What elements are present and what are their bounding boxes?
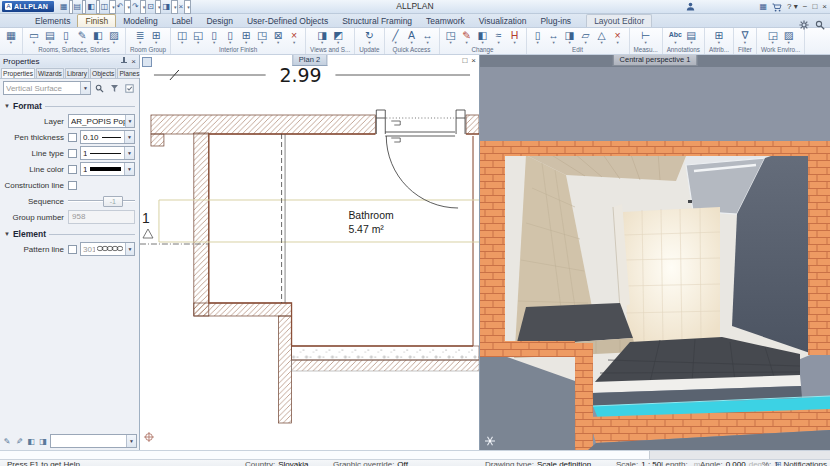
properties-tab[interactable]: Planes	[117, 68, 141, 78]
line-type-checkbox[interactable]	[68, 149, 77, 158]
viewport-close-button[interactable]: ×	[471, 56, 476, 65]
copy-room-icon[interactable]: ◧ ▾	[90, 29, 106, 45]
menu-tab[interactable]: Plug-ins	[533, 15, 578, 27]
room-column-icon[interactable]: ▯ ▾	[58, 29, 74, 45]
attributes-icon[interactable]: ⊞ ▾	[711, 29, 727, 45]
match-properties-icon[interactable]	[123, 82, 136, 95]
properties-tab[interactable]: Properties	[1, 68, 35, 78]
construction-line-checkbox[interactable]	[68, 181, 77, 190]
settings-gear-icon[interactable]	[799, 16, 809, 34]
beam-icon[interactable]: ▯ ▾	[222, 29, 238, 45]
line-type-dropdown[interactable]: 1 ▼	[80, 146, 135, 160]
filter-icon[interactable]: ∇ ▾	[737, 29, 753, 45]
menu-tab[interactable]: Teamwork	[419, 15, 472, 27]
favorites-dropdown[interactable]: ▼	[50, 434, 137, 448]
edit-element-icon[interactable]: ◳ ▾	[443, 29, 459, 45]
update-3d-icon[interactable]: ↻ ▾	[361, 29, 377, 45]
properties-tab[interactable]: Wizards	[36, 68, 64, 78]
text-icon[interactable]: A ▾	[404, 29, 420, 45]
room-group-add-icon[interactable]: ⊞ ▾	[148, 29, 164, 45]
menu-tab[interactable]: Elements	[28, 15, 77, 27]
label-abc-icon[interactable]: Abc ▾	[667, 29, 683, 45]
delete-icon[interactable]: × ▾	[610, 29, 626, 45]
modify-spline-icon[interactable]: ≈ ▾	[491, 29, 507, 45]
perspective-viewport-tab[interactable]: Central perspective 1	[613, 55, 698, 66]
transfer-parameters-icon[interactable]: ✎	[14, 437, 24, 446]
menu-tab[interactable]: Structural Framing	[335, 15, 419, 27]
format-section-header[interactable]: ▼ Format	[0, 97, 139, 113]
layer-dropdown[interactable]: AR_POPIS Popis ▼	[68, 114, 135, 128]
room-group-icon[interactable]: ≣ ▾	[132, 29, 148, 45]
plan-viewport-tab[interactable]: Plan 2	[292, 55, 327, 66]
section-icon[interactable]: ◩ ▾	[330, 29, 346, 45]
perspective-viewport[interactable]: Central perspective 1	[480, 55, 830, 450]
skirting-icon[interactable]: ⊠ ▾	[270, 29, 286, 45]
pattern-line-checkbox[interactable]	[68, 245, 77, 254]
menu-tab[interactable]: Visualization	[472, 15, 534, 27]
viewport-restore-button[interactable]: □	[462, 56, 467, 65]
viewport-menu-icon[interactable]	[142, 57, 152, 67]
element-section-header[interactable]: ▼ Element	[0, 225, 139, 241]
line-color-checkbox[interactable]	[68, 165, 77, 174]
close-icon[interactable]: ×	[131, 57, 136, 66]
search-icon[interactable]	[93, 82, 106, 95]
line-icon[interactable]: ╱ ▾	[388, 29, 404, 45]
measure-icon[interactable]: ⊢ ▾	[638, 29, 654, 45]
rotate-icon[interactable]: ▱ ▾	[578, 29, 594, 45]
modify-height-icon[interactable]: H ▾	[507, 29, 523, 45]
surfaces-icon[interactable]: ▨ ▾	[106, 29, 122, 45]
save-favorite-icon[interactable]: ◨	[38, 437, 48, 446]
element-type-select[interactable]: Vertical Surface ▼	[3, 81, 91, 95]
environment-icon[interactable]: ▨ ▾	[781, 29, 797, 45]
sequence-slider[interactable]: -1	[68, 195, 135, 207]
connect-icon[interactable]: ▦	[760, 1, 768, 12]
ceiling-surface-icon[interactable]: ◳ ▾	[254, 29, 270, 45]
search-icon[interactable]	[815, 16, 825, 34]
pick-up-parameters-icon[interactable]: ✎	[2, 437, 12, 446]
copy-icon[interactable]: ▯ ▾	[530, 29, 546, 45]
modify-format-icon[interactable]: ✎ ▾	[459, 29, 475, 45]
legend-icon[interactable]: ▤ ▾	[683, 29, 699, 45]
pin-icon[interactable]	[120, 57, 128, 65]
load-favorite-icon[interactable]: ◧	[26, 437, 36, 446]
menu-tab[interactable]: Modeling	[116, 15, 165, 27]
floor-plan-drawing[interactable]: 2.99	[140, 55, 479, 450]
mirror-icon[interactable]: ◨ ▾	[562, 29, 578, 45]
filter-icon[interactable]	[108, 82, 121, 95]
perspective-render[interactable]	[480, 55, 830, 450]
pattern-line-dropdown[interactable]: 301 ▼	[80, 242, 135, 256]
room-icon[interactable]: ▭ ▾	[26, 29, 42, 45]
workspace-icon[interactable]: ◲ ▾	[765, 29, 781, 45]
wall-surface-icon[interactable]: ◫ ▾	[174, 29, 190, 45]
view-icon[interactable]: ◨ ▾	[314, 29, 330, 45]
user-account-icon[interactable]	[686, 2, 695, 11]
plan-viewport[interactable]: Plan 2 □ ×	[140, 55, 480, 450]
line-color-dropdown[interactable]: 1 ▼	[80, 162, 135, 176]
menu-tab[interactable]: User-Defined Objects	[240, 15, 335, 27]
menu-tab[interactable]: Label	[165, 15, 200, 27]
dialog-line[interactable]	[0, 450, 830, 460]
menu-tab[interactable]: Design	[199, 15, 239, 27]
dimension-line-icon[interactable]: ↔ ▾	[420, 29, 436, 45]
storey-icon[interactable]: ▤ ▾	[42, 29, 58, 45]
pen-thickness-checkbox[interactable]	[68, 133, 77, 142]
stories-manager-icon[interactable]: ▦ ▾	[3, 29, 19, 45]
sequence-slider-thumb[interactable]: -1	[103, 196, 123, 207]
notifications-button[interactable]: ⊞ Notifications	[775, 460, 827, 466]
menu-tab[interactable]: Finish	[77, 14, 116, 27]
menu-tab[interactable]: Layout Editor	[586, 14, 652, 27]
move-icon[interactable]: ↔ ▾	[546, 29, 562, 45]
floor-surface-icon[interactable]: ◱ ▾	[190, 29, 206, 45]
pen-thickness-dropdown[interactable]: 0.10 ▼	[80, 130, 135, 144]
remove-finish-icon[interactable]: × ▾	[286, 29, 302, 45]
pillar-icon[interactable]: ▯ ▾	[206, 29, 222, 45]
modify-room-icon[interactable]: ✎ ▾	[74, 29, 90, 45]
help-button[interactable]: ? ▾	[787, 1, 798, 12]
scale-icon[interactable]: △ ▾	[594, 29, 610, 45]
minimize-button[interactable]: −	[803, 1, 808, 12]
restore-button[interactable]: □	[812, 1, 817, 12]
close-button[interactable]: ×	[822, 1, 827, 12]
properties-tab[interactable]: Objects	[90, 68, 116, 78]
properties-tab[interactable]: Library	[65, 68, 89, 78]
convert-element-icon[interactable]: ◧ ▾	[475, 29, 491, 45]
